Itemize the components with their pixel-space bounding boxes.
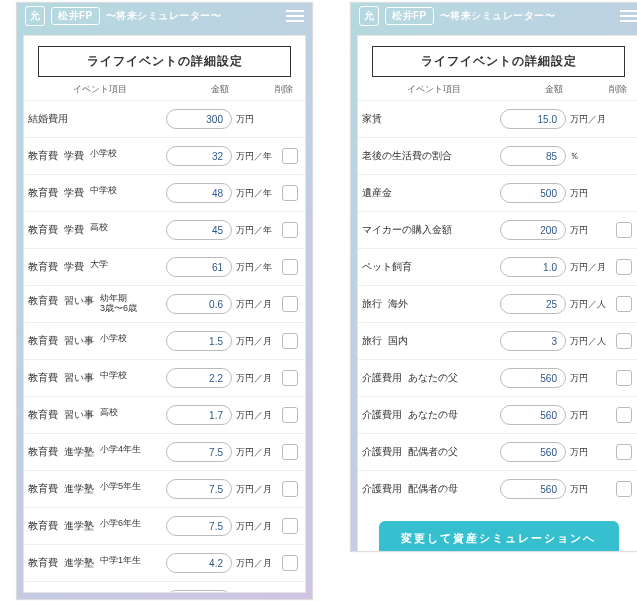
row-name-b: 海外 — [388, 297, 408, 311]
delete-checkbox[interactable] — [282, 185, 298, 201]
amount-input[interactable] — [166, 368, 232, 388]
delete-checkbox[interactable] — [616, 222, 632, 238]
row-name-a: 教育費 — [28, 556, 58, 570]
amount-input[interactable] — [166, 405, 232, 425]
row-name-c: 小学4年生 — [100, 445, 141, 459]
amount-input[interactable] — [500, 220, 566, 240]
delete-checkbox[interactable] — [282, 555, 298, 571]
amount-input[interactable] — [166, 294, 232, 314]
row-amount: 万円／人 — [500, 331, 609, 351]
amount-input[interactable] — [500, 405, 566, 425]
amount-input[interactable] — [166, 442, 232, 462]
amount-input[interactable] — [500, 109, 566, 129]
amount-input[interactable] — [500, 294, 566, 314]
row-name-a: 旅行 — [362, 297, 382, 311]
delete-checkbox[interactable] — [616, 481, 632, 497]
table-row: 結婚費用万円 — [24, 100, 305, 137]
delete-checkbox[interactable] — [616, 407, 632, 423]
row-amount: 万円／年 — [166, 183, 275, 203]
delete-checkbox[interactable] — [616, 259, 632, 275]
amount-input[interactable] — [500, 442, 566, 462]
row-name-a: ペット飼育 — [362, 260, 412, 274]
row-amount: 万円／人 — [500, 294, 609, 314]
amount-input[interactable] — [500, 146, 566, 166]
amount-input[interactable] — [166, 220, 232, 240]
amount-input[interactable] — [500, 183, 566, 203]
delete-checkbox[interactable] — [282, 222, 298, 238]
row-amount: ％ — [500, 146, 609, 166]
brand-label: 松井FP — [385, 7, 434, 25]
row-name-a: 教育費 — [28, 482, 58, 496]
amount-input[interactable] — [500, 331, 566, 351]
delete-checkbox[interactable] — [282, 481, 298, 497]
row-name-a: マイカーの購入金額 — [362, 223, 452, 237]
table-row: 教育費学費中学校万円／年 — [24, 174, 305, 211]
amount-input[interactable] — [166, 109, 232, 129]
amount-input[interactable] — [500, 257, 566, 277]
row-name-c: 中学校 — [100, 371, 127, 385]
amount-input[interactable] — [166, 331, 232, 351]
menu-icon[interactable] — [620, 10, 637, 22]
table-row: 教育費進学塾小学6年生万円／月 — [24, 507, 305, 544]
col-delete: 削除 — [269, 83, 299, 96]
amount-input[interactable] — [166, 516, 232, 536]
amount-unit: 万円／月 — [236, 557, 272, 570]
row-name: 介護費用あなたの父 — [362, 371, 496, 385]
row-name-a: 教育費 — [28, 519, 58, 533]
row-amount: 万円 — [500, 183, 609, 203]
col-item: イベント項目 — [30, 83, 170, 96]
amount-input[interactable] — [166, 590, 232, 592]
delete-checkbox[interactable] — [616, 370, 632, 386]
phone-left: 允 松井FP 〜将来シミュレーター〜 ライフイベントの詳細設定 イベント項目 金… — [16, 2, 313, 600]
table-row: 教育費学費高校万円／年 — [24, 211, 305, 248]
amount-unit: 万円／月 — [570, 113, 606, 126]
amount-unit: ％ — [570, 150, 579, 163]
rows-left[interactable]: 結婚費用万円教育費学費小学校万円／年教育費学費中学校万円／年教育費学費高校万円／… — [24, 100, 305, 592]
submit-button[interactable]: 変更して資産シミュレーションへ — [379, 521, 619, 552]
row-amount: 万円／月 — [166, 442, 275, 462]
row-amount: 万円／月 — [500, 257, 609, 277]
delete-checkbox[interactable] — [282, 333, 298, 349]
row-delete — [613, 407, 635, 423]
amount-input[interactable] — [166, 183, 232, 203]
amount-input[interactable] — [166, 146, 232, 166]
table-row: 教育費習い事小学校万円／月 — [24, 322, 305, 359]
amount-input[interactable] — [166, 553, 232, 573]
row-delete — [613, 444, 635, 460]
amount-unit: 万円／年 — [236, 224, 272, 237]
delete-checkbox[interactable] — [282, 259, 298, 275]
topbar: 允 松井FP 〜将来シミュレーター〜 — [351, 3, 637, 29]
amount-unit: 万円／人 — [570, 335, 606, 348]
amount-unit: 万円／年 — [236, 187, 272, 200]
row-amount: 万円／年 — [166, 257, 275, 277]
menu-icon[interactable] — [286, 10, 304, 22]
table-row: 家賃万円／月 — [358, 100, 637, 137]
row-delete — [613, 333, 635, 349]
row-name: 教育費進学塾小学4年生 — [28, 445, 162, 459]
delete-checkbox[interactable] — [282, 444, 298, 460]
amount-input[interactable] — [500, 479, 566, 499]
row-name: 教育費学費大学 — [28, 260, 162, 274]
delete-checkbox[interactable] — [282, 407, 298, 423]
delete-checkbox[interactable] — [616, 333, 632, 349]
row-name: 旅行海外 — [362, 297, 496, 311]
row-name-b: 進学塾 — [64, 556, 94, 570]
amount-input[interactable] — [166, 479, 232, 499]
amount-input[interactable] — [500, 368, 566, 388]
delete-checkbox[interactable] — [616, 444, 632, 460]
amount-unit: 万円／年 — [236, 150, 272, 163]
table-row: 教育費習い事中学校万円／月 — [24, 359, 305, 396]
row-delete — [613, 259, 635, 275]
col-delete: 削除 — [603, 83, 633, 96]
row-name-b: 習い事 — [64, 294, 94, 314]
delete-checkbox[interactable] — [616, 296, 632, 312]
amount-input[interactable] — [166, 257, 232, 277]
amount-unit: 万円／月 — [236, 483, 272, 496]
delete-checkbox[interactable] — [282, 296, 298, 312]
delete-checkbox[interactable] — [282, 148, 298, 164]
row-name: 介護費用配偶者の父 — [362, 445, 496, 459]
delete-checkbox[interactable] — [282, 518, 298, 534]
row-name-b: あなたの父 — [408, 371, 458, 385]
delete-checkbox[interactable] — [282, 370, 298, 386]
row-delete — [279, 259, 301, 275]
